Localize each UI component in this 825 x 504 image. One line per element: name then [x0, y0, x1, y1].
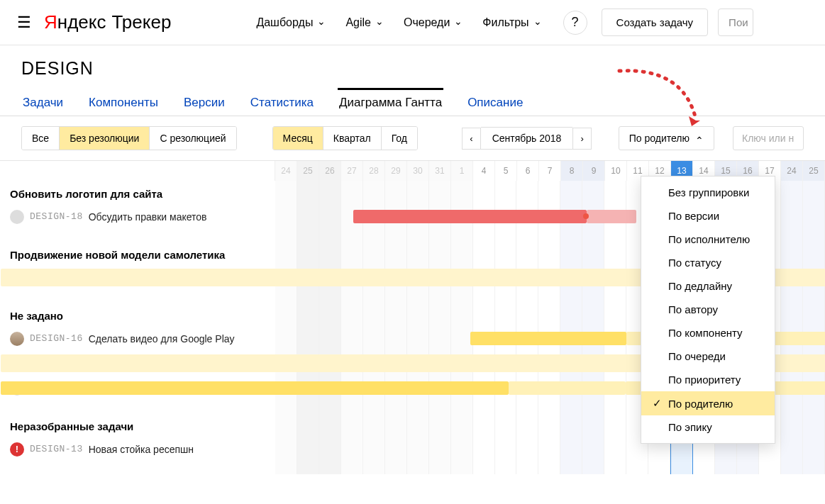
- gantt-bar[interactable]: [509, 381, 626, 395]
- dropdown-item[interactable]: По автору: [641, 298, 775, 321]
- scale-filter-group: МесяцКварталГод: [272, 126, 418, 150]
- task-name: Новая стойка ресепшн: [89, 444, 194, 455]
- day-cell: 26: [319, 161, 341, 181]
- key-search-input[interactable]: Ключ или н: [733, 126, 804, 150]
- day-cell: 6: [517, 161, 539, 181]
- resolution-opt-1[interactable]: Без резолюции: [60, 127, 150, 150]
- gantt-bar[interactable]: [353, 210, 587, 223]
- dropdown-item[interactable]: По дедлайну: [641, 274, 775, 298]
- day-cell: 25: [297, 161, 319, 181]
- task-name: Обсудить правки макетов: [89, 211, 207, 223]
- period-nav: ‹ Сентябрь 2018 ›: [462, 127, 591, 150]
- day-cell: 8: [561, 161, 583, 181]
- tab-2[interactable]: Версии: [182, 90, 226, 116]
- hamburger-icon[interactable]: ☰: [17, 13, 31, 32]
- day-cell: 7: [539, 161, 561, 181]
- tab-1[interactable]: Компоненты: [87, 90, 160, 116]
- dropdown-label: Без группировки: [668, 186, 749, 198]
- tab-0[interactable]: Задачи: [21, 90, 65, 116]
- day-cell: 29: [385, 161, 407, 181]
- nav-queues[interactable]: Очереди: [404, 16, 463, 29]
- resolution-filter-group: ВсеБез резолюцииС резолюцией: [21, 126, 237, 150]
- search-input[interactable]: Пои: [718, 9, 753, 36]
- help-button[interactable]: ?: [563, 11, 587, 35]
- period-next-button[interactable]: ›: [572, 128, 591, 150]
- avatar: [10, 332, 24, 346]
- dropdown-label: По очереди: [668, 350, 726, 362]
- dropdown-item[interactable]: Без группировки: [641, 181, 775, 204]
- check-icon: ✓: [653, 397, 663, 410]
- dropdown-label: По исполнителю: [668, 233, 750, 245]
- avatar: !: [10, 442, 24, 457]
- scale-opt-0[interactable]: Месяц: [273, 127, 323, 150]
- logo-ndx: ндекс: [57, 11, 106, 33]
- scale-opt-2[interactable]: Год: [382, 127, 417, 150]
- day-cell: 28: [363, 161, 385, 181]
- dropdown-item[interactable]: По эпику: [641, 415, 775, 439]
- period-prev-button[interactable]: ‹: [462, 128, 480, 150]
- resolution-opt-0[interactable]: Все: [22, 127, 60, 150]
- dropdown-item[interactable]: По статусу: [641, 251, 775, 274]
- dropdown-item[interactable]: По компоненту: [641, 321, 775, 345]
- create-issue-button[interactable]: Создать задачу: [602, 9, 708, 36]
- tab-4[interactable]: Диаграмма Гантта: [338, 88, 443, 116]
- logo-ya: Я: [44, 11, 57, 33]
- day-cell: 31: [429, 161, 451, 181]
- period-label: Сентябрь 2018: [481, 127, 573, 150]
- gantt-bar[interactable]: [587, 210, 636, 223]
- day-cell: 30: [407, 161, 429, 181]
- tab-bar: ЗадачиКомпонентыВерсииСтатистикаДиаграмм…: [0, 86, 825, 116]
- dropdown-label: По родителю: [668, 398, 733, 410]
- task-name: Сделать видео для Google Play: [89, 333, 235, 345]
- group-by-label: По родителю: [629, 133, 690, 144]
- day-cell: 9: [583, 161, 605, 181]
- dropdown-item[interactable]: По очереди: [641, 345, 775, 368]
- dropdown-item[interactable]: ✓По родителю: [641, 391, 775, 415]
- resolution-opt-2[interactable]: С резолюцией: [150, 127, 236, 150]
- dropdown-label: По эпику: [668, 421, 712, 433]
- nav-filters[interactable]: Фильтры: [482, 16, 541, 29]
- dropdown-item[interactable]: По приоритету: [641, 368, 775, 391]
- logo-tracker: Трекер: [111, 11, 171, 33]
- task-key: DESIGN-16: [30, 333, 83, 344]
- dropdown-item[interactable]: По исполнителю: [641, 228, 775, 251]
- dropdown-item[interactable]: По версии: [641, 204, 775, 228]
- task-key: DESIGN-13: [30, 444, 83, 454]
- day-cell: 24: [275, 161, 297, 181]
- nav-dashboards[interactable]: Дашборды: [256, 16, 326, 29]
- day-cell: 24: [781, 161, 803, 181]
- avatar: [10, 210, 24, 224]
- nav-agile[interactable]: Agile: [345, 16, 384, 29]
- day-cell: 25: [803, 161, 825, 181]
- day-cell: 10: [605, 161, 627, 181]
- gantt-bar[interactable]: [470, 332, 626, 345]
- scale-opt-1[interactable]: Квартал: [323, 127, 382, 150]
- dropdown-label: По компоненту: [668, 327, 743, 339]
- day-cell: 27: [341, 161, 363, 181]
- group-by-dropdown: Без группировкиПо версииПо исполнителюПо…: [641, 176, 775, 444]
- dropdown-label: По приоритету: [668, 374, 741, 386]
- day-cell: 4: [473, 161, 495, 181]
- day-cell: 1: [451, 161, 473, 181]
- task-key: DESIGN-18: [30, 211, 83, 222]
- group-by-button[interactable]: По родителю: [619, 126, 714, 150]
- tab-5[interactable]: Описание: [466, 90, 524, 116]
- logo[interactable]: Яндекс Трекер: [44, 11, 171, 33]
- dropdown-label: По статусу: [668, 257, 721, 269]
- page-title: DESIGN: [0, 45, 825, 86]
- top-nav: Дашборды Agile Очереди Фильтры: [256, 16, 541, 29]
- day-cell: 5: [495, 161, 517, 181]
- gantt-bar[interactable]: [1, 381, 509, 395]
- chevron-up-icon: [695, 133, 704, 144]
- dropdown-label: По дедлайну: [668, 280, 732, 292]
- dropdown-label: По версии: [668, 210, 719, 222]
- dropdown-label: По автору: [668, 303, 718, 315]
- tab-3[interactable]: Статистика: [249, 90, 315, 116]
- deadline-dot: [583, 213, 589, 219]
